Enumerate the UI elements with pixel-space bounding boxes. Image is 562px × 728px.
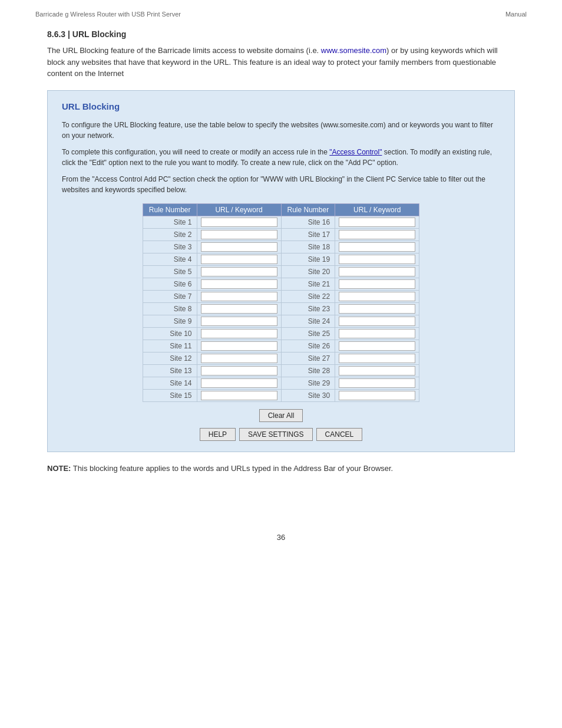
right-url-input[interactable] — [339, 218, 415, 227]
left-site-label: Site 7 — [143, 290, 197, 302]
right-url-input[interactable] — [339, 391, 415, 400]
left-url-input-cell[interactable] — [197, 216, 281, 228]
right-url-input[interactable] — [339, 242, 415, 252]
clear-all-row: Clear All — [62, 409, 500, 422]
left-url-input-cell[interactable] — [197, 340, 281, 352]
header-right: Manual — [505, 11, 527, 18]
left-site-label: Site 5 — [143, 265, 197, 278]
col2-header: URL / Keyword — [197, 203, 281, 216]
intro-link[interactable]: www.somesite.com — [321, 46, 386, 55]
right-url-input-cell[interactable] — [335, 253, 419, 265]
left-site-label: Site 14 — [143, 377, 197, 389]
left-url-input[interactable] — [201, 267, 277, 276]
right-url-input-cell[interactable] — [335, 315, 419, 327]
left-url-input-cell[interactable] — [197, 315, 281, 327]
left-site-label: Site 15 — [143, 389, 197, 401]
right-url-input-cell[interactable] — [335, 377, 419, 389]
left-url-input[interactable] — [201, 354, 277, 363]
right-url-input-cell[interactable] — [335, 241, 419, 253]
col3-header: Rule Number — [281, 203, 335, 216]
right-url-input[interactable] — [339, 317, 415, 326]
left-url-input-cell[interactable] — [197, 302, 281, 315]
left-site-label: Site 1 — [143, 216, 197, 228]
left-url-input[interactable] — [201, 304, 277, 314]
panel-desc1: To configure the URL Blocking feature, u… — [62, 120, 500, 141]
left-url-input-cell[interactable] — [197, 377, 281, 389]
right-url-input-cell[interactable] — [335, 340, 419, 352]
right-site-label: Site 30 — [281, 389, 335, 401]
right-url-input[interactable] — [339, 292, 415, 301]
right-url-input-cell[interactable] — [335, 352, 419, 364]
left-url-input[interactable] — [201, 329, 277, 338]
table-row: Site 5Site 20 — [143, 265, 419, 278]
left-url-input-cell[interactable] — [197, 278, 281, 290]
table-row: Site 14Site 29 — [143, 377, 419, 389]
left-url-input[interactable] — [201, 242, 277, 252]
left-url-input[interactable] — [201, 218, 277, 227]
cancel-button[interactable]: CANCEL — [316, 428, 363, 441]
right-url-input-cell[interactable] — [335, 302, 419, 315]
left-url-input-cell[interactable] — [197, 253, 281, 265]
left-url-input-cell[interactable] — [197, 290, 281, 302]
right-url-input[interactable] — [339, 279, 415, 289]
left-site-label: Site 12 — [143, 352, 197, 364]
left-url-input[interactable] — [201, 391, 277, 400]
right-site-label: Site 17 — [281, 228, 335, 241]
right-site-label: Site 25 — [281, 327, 335, 340]
right-url-input[interactable] — [339, 329, 415, 338]
left-url-input-cell[interactable] — [197, 327, 281, 340]
left-url-input[interactable] — [201, 230, 277, 239]
right-url-input-cell[interactable] — [335, 389, 419, 401]
section-title: 8.6.3 | URL Blocking — [47, 29, 515, 39]
left-site-label: Site 3 — [143, 241, 197, 253]
table-row: Site 1Site 16 — [143, 216, 419, 228]
panel-desc2: To complete this configuration, you will… — [62, 147, 500, 168]
right-url-input-cell[interactable] — [335, 265, 419, 278]
left-site-label: Site 9 — [143, 315, 197, 327]
right-url-input-cell[interactable] — [335, 216, 419, 228]
left-url-input[interactable] — [201, 317, 277, 326]
right-url-input[interactable] — [339, 341, 415, 351]
left-url-input-cell[interactable] — [197, 241, 281, 253]
right-url-input[interactable] — [339, 230, 415, 239]
url-table-wrapper: Rule Number URL / Keyword Rule Number UR… — [62, 203, 500, 402]
left-url-input-cell[interactable] — [197, 364, 281, 377]
left-url-input[interactable] — [201, 292, 277, 301]
table-row: Site 12Site 27 — [143, 352, 419, 364]
left-url-input[interactable] — [201, 279, 277, 289]
left-url-input-cell[interactable] — [197, 265, 281, 278]
right-url-input-cell[interactable] — [335, 228, 419, 241]
right-url-input[interactable] — [339, 366, 415, 375]
right-url-input-cell[interactable] — [335, 327, 419, 340]
access-control-link[interactable]: "Access Control" — [329, 148, 382, 156]
help-button[interactable]: HELP — [200, 428, 236, 441]
left-url-input[interactable] — [201, 255, 277, 264]
right-site-label: Site 22 — [281, 290, 335, 302]
left-url-input[interactable] — [201, 378, 277, 388]
right-url-input[interactable] — [339, 267, 415, 276]
right-url-input[interactable] — [339, 304, 415, 314]
right-url-input-cell[interactable] — [335, 290, 419, 302]
right-url-input[interactable] — [339, 255, 415, 264]
left-site-label: Site 6 — [143, 278, 197, 290]
right-site-label: Site 19 — [281, 253, 335, 265]
left-site-label: Site 11 — [143, 340, 197, 352]
table-row: Site 6Site 21 — [143, 278, 419, 290]
left-url-input[interactable] — [201, 366, 277, 375]
right-url-input-cell[interactable] — [335, 278, 419, 290]
left-url-input[interactable] — [201, 341, 277, 351]
save-settings-button[interactable]: SAVE SETTINGS — [239, 428, 312, 441]
clear-all-button[interactable]: Clear All — [259, 409, 303, 422]
right-site-label: Site 29 — [281, 377, 335, 389]
action-buttons-row: HELP SAVE SETTINGS CANCEL — [62, 428, 500, 441]
table-row: Site 2Site 17 — [143, 228, 419, 241]
panel-desc3: From the "Access Control Add PC" section… — [62, 174, 500, 195]
left-url-input-cell[interactable] — [197, 228, 281, 241]
left-site-label: Site 8 — [143, 302, 197, 315]
right-url-input-cell[interactable] — [335, 364, 419, 377]
left-url-input-cell[interactable] — [197, 389, 281, 401]
right-url-input[interactable] — [339, 378, 415, 388]
right-url-input[interactable] — [339, 354, 415, 363]
left-url-input-cell[interactable] — [197, 352, 281, 364]
intro-text: The URL Blocking feature of the Barricad… — [47, 45, 515, 80]
